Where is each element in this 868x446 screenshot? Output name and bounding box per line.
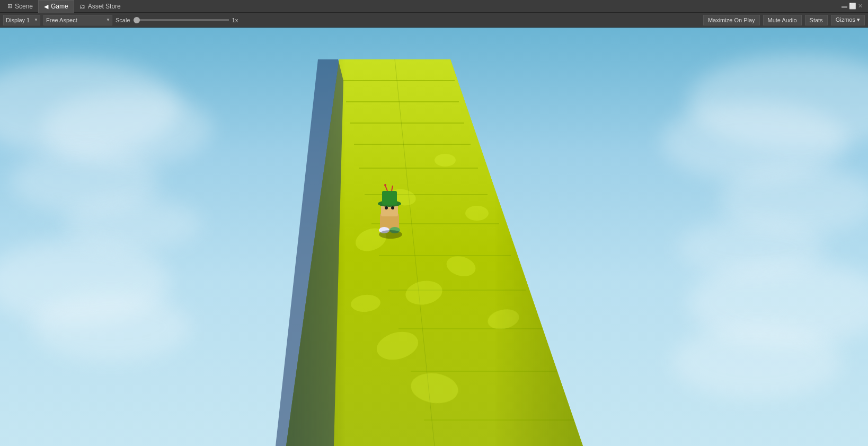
game-tab-icon: ◀ xyxy=(44,3,48,10)
aspect-select-wrapper[interactable]: Free Aspect 4:3 16:9 16:10 5:4 2:1 ▼ xyxy=(43,15,112,25)
scale-label: Scale xyxy=(116,17,130,23)
aspect-select-arrow: ▼ xyxy=(106,18,110,22)
window-controls: ▬ ⬜ ✕ xyxy=(842,3,863,10)
gizmos-button[interactable]: Gizmos ▾ xyxy=(831,15,865,25)
character-hat-top xyxy=(382,191,397,205)
display-select[interactable]: Display 1 Display 2 Display 3 xyxy=(6,17,38,23)
tab-asset-store-label: Asset Store xyxy=(88,3,121,10)
maximize-on-play-button[interactable]: Maximize On Play xyxy=(703,15,760,25)
tab-bar: ⊞ Scene ◀ Game 🗂 Asset Store ▬ ⬜ ✕ xyxy=(0,0,868,13)
character-eye-right xyxy=(391,206,394,209)
tab-asset-store[interactable]: 🗂 Asset Store xyxy=(74,0,126,13)
scale-slider[interactable] xyxy=(134,19,229,21)
tab-game-label: Game xyxy=(51,3,68,10)
game-viewport xyxy=(0,28,868,446)
character-eye-left xyxy=(385,206,388,209)
display-select-wrapper[interactable]: Display 1 Display 2 Display 3 ▼ xyxy=(3,15,40,25)
scale-value: 1x xyxy=(232,17,241,23)
tab-game[interactable]: ◀ Game xyxy=(38,0,74,13)
asset-store-tab-icon: 🗂 xyxy=(79,3,85,10)
resize-handle[interactable] xyxy=(862,440,868,446)
tab-scene[interactable]: ⊞ Scene xyxy=(2,0,38,13)
road-left-shadow xyxy=(276,59,343,446)
mute-audio-button[interactable]: Mute Audio xyxy=(763,15,802,25)
aspect-select[interactable]: Free Aspect 4:3 16:9 16:10 5:4 2:1 xyxy=(46,17,104,23)
stats-button[interactable]: Stats xyxy=(805,15,828,25)
svg-point-25 xyxy=(384,184,386,186)
road-svg xyxy=(0,28,868,446)
scene-tab-icon: ⊞ xyxy=(7,3,12,10)
character-shadow xyxy=(379,230,402,239)
tab-scene-label: Scene xyxy=(15,3,33,10)
toolbar: Display 1 Display 2 Display 3 ▼ Free Asp… xyxy=(0,13,868,28)
